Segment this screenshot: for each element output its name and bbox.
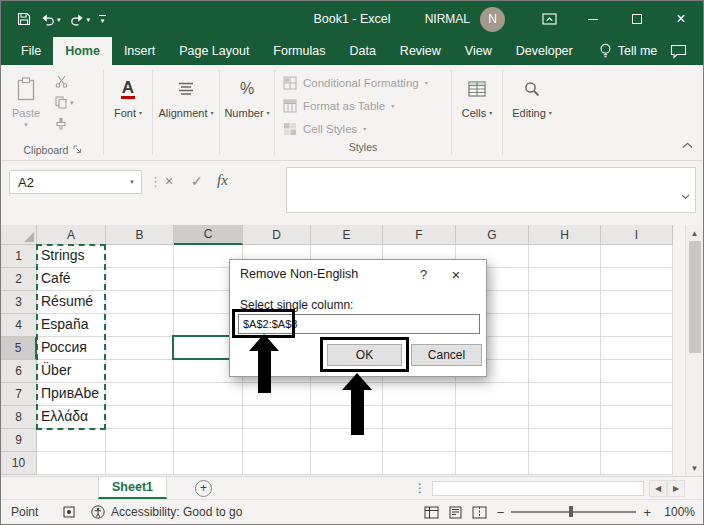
formula-bar-grip-icon[interactable]: ⋮ bbox=[149, 174, 162, 189]
page-layout-view-icon[interactable] bbox=[448, 506, 463, 519]
cell-F7[interactable] bbox=[383, 383, 456, 406]
cell-B3[interactable] bbox=[106, 291, 174, 314]
cancel-entry-icon[interactable]: × bbox=[165, 173, 173, 189]
cell-H7[interactable] bbox=[529, 383, 601, 406]
scroll-left-icon[interactable]: ◀ bbox=[649, 480, 667, 497]
dialog-close-button[interactable]: × bbox=[438, 260, 474, 288]
zoom-slider-thumb[interactable] bbox=[569, 506, 573, 517]
undo-caret-icon[interactable]: ▾ bbox=[57, 16, 61, 23]
dialog-help-button[interactable]: ? bbox=[420, 267, 427, 282]
maximize-button[interactable] bbox=[615, 1, 659, 37]
cell-G10[interactable] bbox=[456, 452, 529, 475]
vertical-scroll-thumb[interactable] bbox=[689, 241, 701, 353]
cell-E8[interactable] bbox=[311, 406, 383, 429]
formula-input[interactable] bbox=[286, 167, 696, 213]
cancel-button[interactable]: Cancel bbox=[411, 344, 482, 366]
user-name[interactable]: NIRMAL bbox=[425, 12, 470, 26]
normal-view-icon[interactable] bbox=[424, 506, 439, 519]
zoom-level[interactable]: 100% bbox=[661, 505, 695, 519]
column-header-b[interactable]: B bbox=[106, 225, 174, 245]
select-all-button[interactable] bbox=[1, 225, 37, 245]
row-header-1[interactable]: 1 bbox=[1, 245, 37, 268]
font-menu-button[interactable]: A Font▾ bbox=[104, 65, 152, 160]
row-header-5[interactable]: 5 bbox=[1, 337, 37, 360]
scroll-up-icon[interactable]: ▲ bbox=[686, 225, 703, 241]
column-header-h[interactable]: H bbox=[529, 225, 601, 245]
new-sheet-button[interactable]: + bbox=[195, 480, 212, 497]
row-header-7[interactable]: 7 bbox=[1, 383, 37, 406]
editing-menu-button[interactable]: Editing▾ bbox=[503, 65, 561, 160]
scroll-down-icon[interactable]: ▼ bbox=[686, 460, 703, 476]
dialog-launcher-icon[interactable] bbox=[73, 145, 82, 154]
zoom-slider[interactable] bbox=[511, 511, 636, 513]
cell-B4[interactable] bbox=[106, 314, 174, 337]
ribbon-tab-data[interactable]: Data bbox=[337, 37, 387, 65]
column-header-c[interactable]: C bbox=[174, 225, 243, 245]
vertical-scroll-track[interactable] bbox=[686, 241, 703, 460]
row-header-9[interactable]: 9 bbox=[1, 429, 37, 452]
cell-I2[interactable] bbox=[601, 268, 673, 291]
cell-I9[interactable] bbox=[601, 429, 673, 452]
cell-C7[interactable] bbox=[174, 383, 243, 406]
page-break-view-icon[interactable] bbox=[472, 506, 487, 519]
number-menu-button[interactable]: % Number▾ bbox=[220, 65, 274, 160]
column-header-a[interactable]: A bbox=[37, 225, 106, 245]
cell-D10[interactable] bbox=[243, 452, 311, 475]
cell-B6[interactable] bbox=[106, 360, 174, 383]
macro-record-button[interactable] bbox=[63, 506, 75, 518]
cell-A10[interactable] bbox=[37, 452, 106, 475]
cell-I7[interactable] bbox=[601, 383, 673, 406]
cell-F9[interactable] bbox=[383, 429, 456, 452]
column-header-e[interactable]: E bbox=[311, 225, 383, 245]
cell-E7[interactable] bbox=[311, 383, 383, 406]
cell-A8[interactable]: Ελλάδα bbox=[37, 406, 106, 429]
cell-I3[interactable] bbox=[601, 291, 673, 314]
accessibility-status[interactable]: Accessibility: Good to go bbox=[91, 505, 242, 519]
tell-me-button[interactable]: Tell me bbox=[599, 37, 658, 65]
name-box[interactable]: A2 ▾ bbox=[9, 170, 142, 194]
row-header-2[interactable]: 2 bbox=[1, 268, 37, 291]
cells-menu-button[interactable]: Cells▾ bbox=[452, 65, 502, 160]
cell-A5[interactable]: Россия bbox=[37, 337, 106, 360]
cell-G7[interactable] bbox=[456, 383, 529, 406]
expand-formula-bar-icon[interactable] bbox=[681, 186, 690, 204]
cell-A1[interactable]: Strings bbox=[37, 245, 106, 268]
minimize-button[interactable] bbox=[571, 1, 615, 37]
cell-I5[interactable] bbox=[601, 337, 673, 360]
cell-H1[interactable] bbox=[529, 245, 601, 268]
close-button[interactable]: × bbox=[659, 1, 703, 37]
ribbon-tab-home[interactable]: Home bbox=[53, 37, 112, 65]
cell-I6[interactable] bbox=[601, 360, 673, 383]
cell-H6[interactable] bbox=[529, 360, 601, 383]
cell-A3[interactable]: Résumé bbox=[37, 291, 106, 314]
cell-I1[interactable] bbox=[601, 245, 673, 268]
comments-button[interactable] bbox=[670, 37, 703, 65]
cell-H9[interactable] bbox=[529, 429, 601, 452]
tab-bar-splitter-icon[interactable]: ⋮ bbox=[408, 481, 432, 495]
cell-G9[interactable] bbox=[456, 429, 529, 452]
cell-B10[interactable] bbox=[106, 452, 174, 475]
row-header-10[interactable]: 10 bbox=[1, 452, 37, 475]
cell-B1[interactable] bbox=[106, 245, 174, 268]
row-header-4[interactable]: 4 bbox=[1, 314, 37, 337]
zoom-out-button[interactable]: − bbox=[497, 505, 505, 520]
ribbon-tab-review[interactable]: Review bbox=[388, 37, 453, 65]
cell-H2[interactable] bbox=[529, 268, 601, 291]
cell-B2[interactable] bbox=[106, 268, 174, 291]
cell-A9[interactable] bbox=[37, 429, 106, 452]
insert-function-button[interactable]: fx bbox=[217, 172, 228, 189]
cell-C8[interactable] bbox=[174, 406, 243, 429]
cell-H10[interactable] bbox=[529, 452, 601, 475]
cell-B9[interactable] bbox=[106, 429, 174, 452]
ribbon-tab-insert[interactable]: Insert bbox=[112, 37, 167, 65]
cell-B7[interactable] bbox=[106, 383, 174, 406]
cell-C10[interactable] bbox=[174, 452, 243, 475]
cell-I8[interactable] bbox=[601, 406, 673, 429]
column-header-g[interactable]: G bbox=[456, 225, 529, 245]
format-painter-button[interactable] bbox=[49, 115, 99, 131]
redo-caret-icon[interactable]: ▾ bbox=[87, 16, 91, 23]
cell-D9[interactable] bbox=[243, 429, 311, 452]
cell-styles-button[interactable]: Cell Styles ▾ bbox=[283, 119, 451, 139]
cell-B8[interactable] bbox=[106, 406, 174, 429]
ok-button[interactable]: OK bbox=[327, 344, 402, 366]
